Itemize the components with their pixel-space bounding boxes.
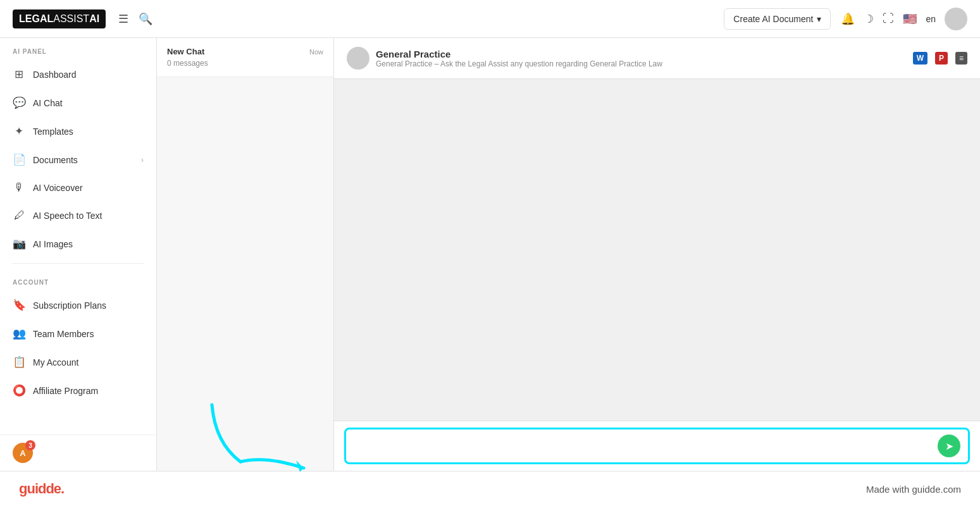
documents-chevron-icon: › [141,156,144,164]
chat-list-panel: New Chat Now 0 messages [157,38,334,471]
chat-header-icons: W P ≡ [913,52,967,65]
sidebar-item-ai-voiceover[interactable]: 🎙 AI Voiceover [0,174,156,202]
create-doc-chevron: ▾ [817,14,821,24]
create-ai-document-button[interactable]: Create AI Document ▾ [724,8,831,30]
chat-header-text: General Practice General Practice – Ask … [376,49,662,68]
logo-ai-text: AI [89,13,99,25]
topbar-left: LEGAL ASSIST AI ☰ 🔍 [13,9,152,28]
topbar-actions: 🔔 ☽ ⛶ 🇺🇸 en [841,8,967,30]
guidde-bar: guidde. Made with guidde.com [0,471,980,506]
guidde-logo: guidde. [19,481,64,497]
ai-images-icon: 📷 [13,237,25,250]
main-layout: AI PANEL ⊞ Dashboard 💬 AI Chat ✦ Templat… [0,38,980,471]
subscription-icon: 🔖 [13,299,25,312]
sidebar-item-my-account-label: My Account [33,357,144,367]
chat-header-title: General Practice [376,49,662,59]
text-icon[interactable]: ≡ [955,52,967,65]
user-avatar[interactable] [945,8,967,30]
notification-icon[interactable]: 🔔 [841,12,855,26]
account-label: ACCOUNT [0,269,156,291]
sidebar-item-ai-speech-to-text[interactable]: 🖊 AI Speech to Text [0,202,156,230]
notification-badge: 3 [25,440,35,450]
sidebar-bottom: A 3 [0,435,156,471]
documents-icon: 📄 [13,153,25,166]
chat-input-wrapper: ➤ [344,428,970,464]
chat-body[interactable] [334,79,980,421]
sidebar-item-affiliate[interactable]: ⭕ Affiliate Program [0,376,156,405]
sidebar-item-ai-chat[interactable]: 💬 AI Chat [0,89,156,117]
guidde-logo-text: guidde. [19,481,64,497]
sidebar-item-ai-speech-to-text-label: AI Speech to Text [33,211,144,221]
sidebar-item-team-members-label: Team Members [33,329,144,339]
logo-assist-text: ASSIST [53,13,89,25]
chat-header-description: General Practice – Ask the Legal Assist … [376,59,662,68]
pdf-icon[interactable]: P [935,52,948,65]
ai-speech-to-text-icon: 🖊 [13,209,25,222]
search-icon[interactable]: 🔍 [139,12,152,26]
ai-panel-label: AI PANEL [0,38,156,60]
logo-legal-text: LEGAL [19,13,53,25]
sidebar-item-subscription[interactable]: 🔖 Subscription Plans [0,291,156,319]
affiliate-icon: ⭕ [13,384,25,397]
chat-item-time: Now [309,48,323,56]
team-members-icon: 👥 [13,327,25,340]
logo[interactable]: LEGAL ASSIST AI [13,9,106,28]
sidebar-item-documents[interactable]: 📄 Documents › [0,145,156,174]
sidebar-avatar-initials: A [20,448,25,458]
chat-input[interactable] [354,441,931,451]
my-account-icon: 📋 [13,355,25,369]
topbar: LEGAL ASSIST AI ☰ 🔍 Create AI Document ▾… [0,0,980,38]
sidebar: AI PANEL ⊞ Dashboard 💬 AI Chat ✦ Templat… [0,38,157,471]
ai-voiceover-icon: 🎙 [13,182,25,194]
sidebar-item-templates-label: Templates [33,126,144,137]
chat-header-avatar [347,47,369,70]
chat-item-meta: 0 messages [167,59,323,68]
sidebar-item-subscription-label: Subscription Plans [33,300,144,311]
chat-main-panel: General Practice General Practice – Ask … [334,38,980,471]
sidebar-item-dashboard-label: Dashboard [33,70,144,80]
chat-item-messages: 0 messages [167,59,208,68]
dashboard-icon: ⊞ [13,68,25,81]
chat-list-item[interactable]: New Chat Now 0 messages [157,38,333,77]
guidde-tagline: Made with guidde.com [866,484,961,495]
templates-icon: ✦ [13,125,25,138]
sidebar-item-affiliate-label: Affiliate Program [33,386,144,396]
chat-item-title: New Chat [167,47,204,56]
word-icon[interactable]: W [913,52,927,65]
sidebar-item-dashboard[interactable]: ⊞ Dashboard [0,60,156,89]
send-icon: ➤ [945,440,953,452]
chat-header: General Practice General Practice – Ask … [334,38,980,79]
sidebar-item-team-members[interactable]: 👥 Team Members [0,319,156,348]
content-area: New Chat Now 0 messages General Practice… [157,38,980,471]
sidebar-item-my-account[interactable]: 📋 My Account [0,348,156,376]
sidebar-user-avatar[interactable]: A 3 [13,443,33,463]
hamburger-icon[interactable]: ☰ [118,12,128,26]
sidebar-item-ai-chat-label: AI Chat [33,98,144,108]
flag-icon: 🇺🇸 [903,12,917,26]
create-doc-label: Create AI Document [733,14,813,24]
chat-item-header: New Chat Now [167,47,323,56]
sidebar-item-documents-label: Documents [33,155,133,165]
moon-icon[interactable]: ☽ [864,12,874,26]
sidebar-item-ai-images[interactable]: 📷 AI Images [0,230,156,258]
chat-footer: ➤ [334,421,980,471]
chat-send-button[interactable]: ➤ [938,435,960,457]
fullscreen-icon[interactable]: ⛶ [883,12,894,25]
sidebar-item-ai-voiceover-label: AI Voiceover [33,183,144,193]
language-label[interactable]: en [926,14,936,24]
topbar-right: Create AI Document ▾ 🔔 ☽ ⛶ 🇺🇸 en [724,8,967,30]
sidebar-divider [13,263,144,264]
topbar-icons: ☰ 🔍 [118,12,152,26]
sidebar-item-templates[interactable]: ✦ Templates [0,117,156,145]
chat-header-info: General Practice General Practice – Ask … [347,47,662,70]
sidebar-item-ai-images-label: AI Images [33,239,144,249]
ai-chat-icon: 💬 [13,96,25,109]
